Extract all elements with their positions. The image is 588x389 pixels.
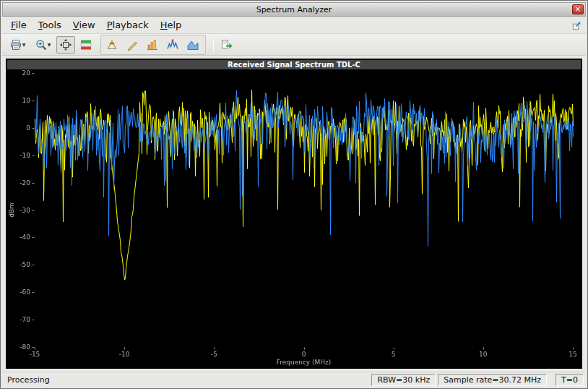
window-title: Spectrum Analyzer xyxy=(256,5,332,14)
distortion-measurements-button[interactable] xyxy=(183,36,202,54)
dropdown-arrow-icon: ▼ xyxy=(48,42,51,47)
magnifier-icon xyxy=(35,39,47,51)
status-cells: RBW=30 kHzSample rate=30.72 MHzT=0 xyxy=(371,374,584,386)
signal-statistics-icon xyxy=(126,39,138,51)
plot-panel: Received Signal Spectrum TDL-C xyxy=(6,59,582,369)
expand-icon xyxy=(60,39,72,51)
title-bar[interactable]: Spectrum Analyzer × xyxy=(2,2,586,17)
menu-view[interactable]: View xyxy=(67,18,101,32)
distortion-icon xyxy=(187,39,199,51)
plot-title: Received Signal Spectrum TDL-C xyxy=(7,60,581,69)
step-forward-button[interactable] xyxy=(217,36,236,54)
menu-items: FileToolsViewPlaybackHelp xyxy=(5,18,187,32)
measurements-toolbar-group xyxy=(100,35,206,55)
status-time: T=0 xyxy=(555,374,584,386)
status-sample-rate: Sample rate=30.72 MHz xyxy=(438,374,547,386)
signal-statistics-button[interactable] xyxy=(123,36,142,54)
menu-help[interactable]: Help xyxy=(155,18,188,32)
zoom-in-button[interactable]: ▼ xyxy=(31,36,55,54)
menu-tools[interactable]: Tools xyxy=(33,18,67,32)
ccdf-icon xyxy=(147,39,158,51)
toolbar-separator xyxy=(213,38,214,52)
status-processing: Processing xyxy=(4,375,369,385)
toolbar: ▼▼ xyxy=(2,34,586,56)
menu-file[interactable]: File xyxy=(5,18,33,32)
spectrum-analyzer-window: Spectrum Analyzer × FileToolsViewPlaybac… xyxy=(0,0,588,389)
spectrum-settings-icon xyxy=(80,39,92,51)
menu-bar: FileToolsViewPlaybackHelp xyxy=(2,17,586,34)
peak-finder-button[interactable] xyxy=(163,36,182,54)
fit-to-view-button[interactable] xyxy=(56,36,75,54)
status-bar: Processing RBW=30 kHzSample rate=30.72 M… xyxy=(2,372,586,387)
undock-icon[interactable] xyxy=(570,19,583,32)
peak-finder-icon xyxy=(167,39,178,51)
print-button[interactable]: ▼ xyxy=(6,36,30,54)
ccdf-measurements-button[interactable] xyxy=(143,36,162,54)
print-icon xyxy=(10,39,22,51)
dropdown-arrow-icon: ▼ xyxy=(22,42,26,47)
spectrum-plot-canvas[interactable] xyxy=(6,69,582,369)
status-rbw: RBW=30 kHz xyxy=(371,374,436,386)
close-button[interactable]: × xyxy=(572,4,584,14)
menu-playback[interactable]: Playback xyxy=(101,18,155,32)
cursor-measurements-button[interactable] xyxy=(103,36,121,54)
spectrum-settings-button[interactable] xyxy=(77,36,95,54)
step-forward-icon xyxy=(221,39,233,51)
cursor-measurements-icon xyxy=(106,39,118,51)
